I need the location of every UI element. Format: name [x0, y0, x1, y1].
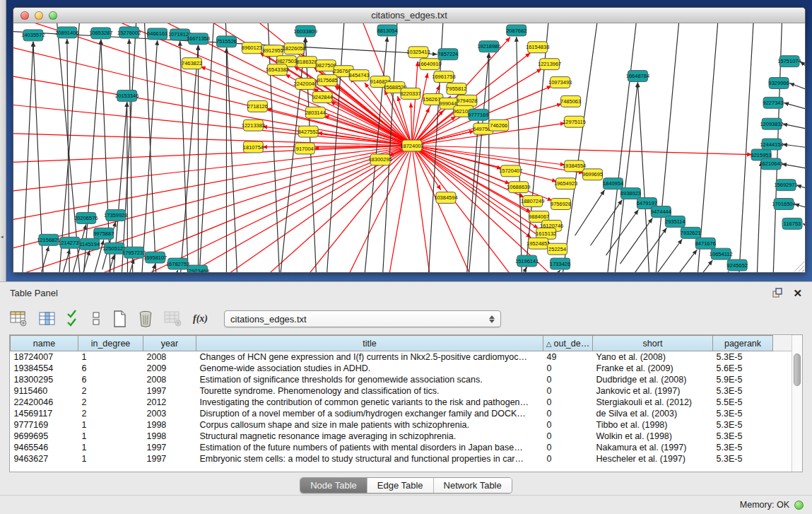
graph-edge-black[interactable]	[119, 23, 137, 272]
table-row[interactable]: 2242004622012Investigating the contribut…	[11, 397, 794, 408]
table-cell[interactable]: 5.3E-5	[713, 385, 773, 397]
table-cell[interactable]: Disruption of a novel member of a sodium…	[196, 408, 543, 419]
graph-edge-black[interactable]	[163, 270, 178, 272]
graph-edge-black[interactable]	[20, 42, 33, 272]
table-cell[interactable]: 22420046	[11, 397, 78, 408]
graph-edge-black[interactable]	[305, 37, 318, 272]
column-header-in-degree[interactable]: in_degree	[78, 336, 143, 351]
table-cell[interactable]: 5.5E-5	[713, 397, 773, 408]
table-cell[interactable]: 0	[543, 397, 593, 408]
table-row[interactable]: 977716911998Corpus callosum shape and si…	[11, 419, 794, 431]
table-cell[interactable]: 0	[543, 374, 593, 385]
table-cell[interactable]: 0	[543, 419, 593, 431]
table-cell[interactable]: 0	[543, 442, 593, 453]
new-file-icon[interactable]	[112, 309, 127, 329]
table-cell[interactable]: 5.3E-5	[713, 442, 773, 453]
table-cell[interactable]: Investigating the contribution of common…	[196, 397, 543, 408]
table-cell[interactable]: 9463627	[11, 453, 78, 465]
table-cell[interactable]: 6	[78, 374, 143, 385]
graph-edge-black[interactable]	[637, 83, 652, 272]
table-cell[interactable]: 18724007	[11, 351, 78, 363]
table-cell[interactable]: Nakamura et al. (1997)	[593, 442, 713, 453]
column-visibility-icon[interactable]	[39, 309, 56, 329]
graph-edge-black[interactable]	[500, 267, 527, 272]
table-cell[interactable]: 0	[543, 385, 593, 397]
table-cell[interactable]: Estimation of significance thresholds fo…	[196, 374, 543, 385]
table-cell[interactable]: Stergiakouli et al. (2012)	[593, 397, 713, 408]
graph-edge-black[interactable]	[225, 23, 239, 272]
table-cell[interactable]: 1997	[143, 453, 196, 465]
table-row[interactable]: 1456911722003Disruption of a novel membe…	[11, 408, 794, 419]
table-cell[interactable]: 2	[78, 385, 143, 397]
column-header-title[interactable]: title	[196, 336, 543, 351]
column-header-out-de-[interactable]: △out_de…	[543, 336, 593, 351]
table-cell[interactable]: 5.3E-5	[713, 453, 773, 465]
table-cell[interactable]: 14569117	[11, 408, 78, 419]
table-cell[interactable]: 5.3E-5	[713, 419, 773, 431]
graph-edge-black[interactable]	[35, 246, 49, 272]
graph-edge-black[interactable]	[755, 161, 761, 272]
table-cell[interactable]: 1998	[143, 431, 196, 442]
table-cell[interactable]: 2008	[143, 374, 196, 385]
scrollbar-thumb[interactable]	[794, 354, 801, 386]
table-mode-icon[interactable]	[10, 309, 28, 329]
graph-edge-black[interactable]	[789, 83, 805, 93]
graph-edge-red[interactable]	[13, 146, 412, 227]
table-cell[interactable]: Wolkin et al. (1998)	[593, 431, 713, 442]
graph-edge-black[interactable]	[664, 250, 697, 272]
table-cell[interactable]: 9115460	[11, 385, 78, 397]
table-cell[interactable]: Changes of HCN gene expression and I(f) …	[196, 351, 543, 363]
table-cell[interactable]: Estimation of the future numbers of pati…	[196, 442, 543, 453]
table-cell[interactable]: Jankovic et al. (1997)	[593, 385, 713, 397]
table-cell[interactable]: 19384554	[11, 363, 78, 374]
graph-edge-black[interactable]	[782, 144, 805, 148]
table-cell[interactable]: 0	[543, 453, 593, 465]
graph-edge-red[interactable]	[13, 146, 412, 272]
table-cell[interactable]: Embryonic stem cells: a model to study s…	[196, 453, 543, 465]
graph-edge-black[interactable]	[796, 185, 805, 191]
table-cell[interactable]: 1	[78, 453, 143, 465]
table-cell[interactable]: 1	[78, 419, 143, 431]
network-canvas[interactable]: 7463822896012389129551822605898275031654…	[13, 23, 805, 272]
graph-edge-black[interactable]	[782, 124, 805, 130]
table-cell[interactable]: Structural magnetic resonance image aver…	[196, 431, 543, 442]
table-cell[interactable]: 5.3E-5	[713, 408, 773, 419]
table-cell[interactable]: Hescheler et al. (1997)	[593, 453, 713, 465]
table-cell[interactable]: 5.6E-5	[713, 363, 773, 374]
table-cell[interactable]: 1	[78, 351, 143, 363]
table-cell[interactable]: 2	[78, 397, 143, 408]
table-row[interactable]: 1830029562008Estimation of significance …	[11, 374, 794, 385]
table-cell[interactable]: 2	[78, 408, 143, 419]
graph-edge-black[interactable]	[634, 228, 666, 272]
table-cell[interactable]: 6	[78, 363, 143, 374]
graph-edge-black[interactable]	[649, 239, 682, 272]
graph-edge-red[interactable]	[412, 146, 752, 155]
table-cell[interactable]: 1997	[143, 442, 196, 453]
tab-edge-table[interactable]: Edge Table	[367, 478, 433, 493]
tab-node-table[interactable]: Node Table	[300, 478, 367, 493]
graph-edge-black[interactable]	[620, 218, 652, 264]
rows-icon[interactable]	[91, 309, 101, 329]
column-header-short[interactable]: short	[593, 336, 713, 351]
close-icon[interactable]: ✕	[793, 288, 802, 298]
table-cell[interactable]: Tourette syndrome. Phenomenology and cla…	[196, 385, 543, 397]
trash-icon[interactable]	[138, 309, 153, 329]
table-row[interactable]: 946362711997Embryonic stem cells: a mode…	[11, 453, 794, 465]
float-window-icon[interactable]	[772, 287, 783, 298]
column-header-name[interactable]: name	[11, 336, 78, 351]
graph-edge-black[interactable]	[557, 23, 599, 272]
graph-edge-black[interactable]	[517, 37, 523, 272]
tab-network-table[interactable]: Network Table	[433, 478, 512, 493]
graph-edge-black[interactable]	[575, 190, 605, 236]
table-cell[interactable]: Corpus callosum shape and size in male p…	[196, 419, 543, 431]
table-cell[interactable]: 1	[78, 442, 143, 453]
table-cell[interactable]: 2008	[143, 351, 196, 363]
table-cell[interactable]: Yano et al. (2008)	[593, 351, 713, 363]
table-cell[interactable]: 9465546	[11, 442, 78, 453]
graph-edge-red[interactable]	[411, 103, 412, 146]
table-row[interactable]: 911546021997Tourette syndrome. Phenomeno…	[11, 385, 794, 397]
table-cell[interactable]: 2009	[143, 363, 196, 374]
table-cell[interactable]: 0	[543, 431, 593, 442]
graph-edge-black[interactable]	[782, 164, 805, 170]
graph-edge-black[interactable]	[784, 103, 805, 111]
